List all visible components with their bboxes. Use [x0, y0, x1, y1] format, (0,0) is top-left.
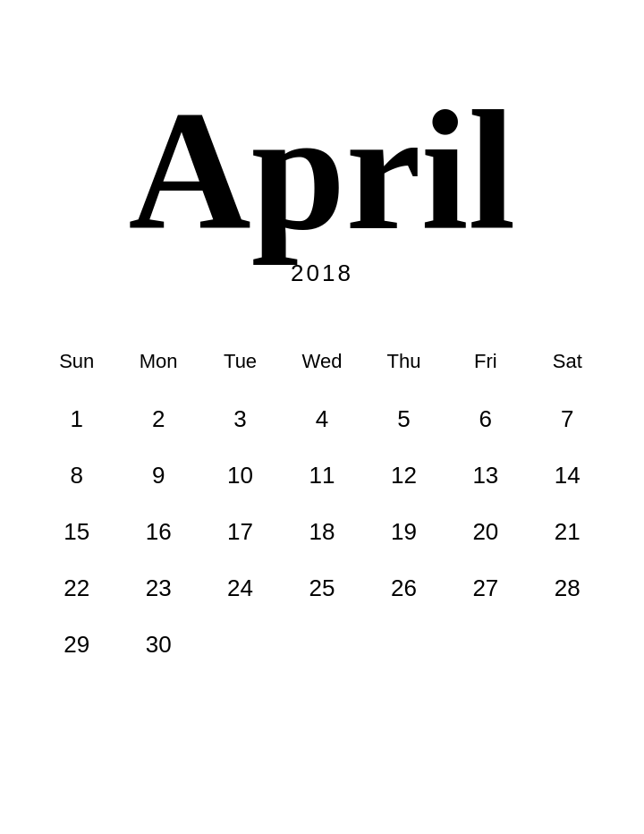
month-title: April — [89, 54, 555, 268]
day-14[interactable]: 14 — [527, 447, 608, 504]
day-13[interactable]: 13 — [445, 447, 526, 504]
day-18[interactable]: 18 — [281, 504, 362, 560]
day-17[interactable]: 17 — [199, 504, 281, 560]
day-header-wed: Wed — [281, 341, 362, 391]
year-text: 2018 — [291, 260, 353, 287]
day-empty-1 — [199, 617, 281, 673]
day-15[interactable]: 15 — [36, 504, 117, 560]
day-empty-2 — [281, 617, 362, 673]
day-3[interactable]: 3 — [199, 391, 281, 447]
day-6[interactable]: 6 — [445, 391, 526, 447]
svg-text:April: April — [129, 77, 516, 265]
day-20[interactable]: 20 — [445, 504, 526, 560]
day-27[interactable]: 27 — [445, 560, 526, 617]
day-10[interactable]: 10 — [199, 447, 281, 504]
day-22[interactable]: 22 — [36, 560, 117, 617]
day-24[interactable]: 24 — [199, 560, 281, 617]
day-header-thu: Thu — [363, 341, 445, 391]
day-8[interactable]: 8 — [36, 447, 117, 504]
day-header-fri: Fri — [445, 341, 526, 391]
day-19[interactable]: 19 — [363, 504, 445, 560]
day-21[interactable]: 21 — [527, 504, 608, 560]
calendar-grid: Sun Mon Tue Wed Thu Fri Sat 1 2 3 4 5 6 … — [36, 341, 608, 673]
day-7[interactable]: 7 — [527, 391, 608, 447]
day-30[interactable]: 30 — [117, 617, 199, 673]
day-11[interactable]: 11 — [281, 447, 362, 504]
day-header-sat: Sat — [527, 341, 608, 391]
day-header-mon: Mon — [117, 341, 199, 391]
day-empty-5 — [527, 617, 608, 673]
day-12[interactable]: 12 — [363, 447, 445, 504]
day-1[interactable]: 1 — [36, 391, 117, 447]
day-empty-4 — [445, 617, 526, 673]
day-28[interactable]: 28 — [527, 560, 608, 617]
day-26[interactable]: 26 — [363, 560, 445, 617]
header-section: April 2018 — [89, 54, 555, 287]
day-25[interactable]: 25 — [281, 560, 362, 617]
day-16[interactable]: 16 — [117, 504, 199, 560]
day-empty-3 — [363, 617, 445, 673]
day-23[interactable]: 23 — [117, 560, 199, 617]
day-header-tue: Tue — [199, 341, 281, 391]
day-4[interactable]: 4 — [281, 391, 362, 447]
day-2[interactable]: 2 — [117, 391, 199, 447]
day-5[interactable]: 5 — [363, 391, 445, 447]
day-9[interactable]: 9 — [117, 447, 199, 504]
calendar-section: Sun Mon Tue Wed Thu Fri Sat 1 2 3 4 5 6 … — [36, 341, 608, 673]
day-header-sun: Sun — [36, 341, 117, 391]
day-29[interactable]: 29 — [36, 617, 117, 673]
